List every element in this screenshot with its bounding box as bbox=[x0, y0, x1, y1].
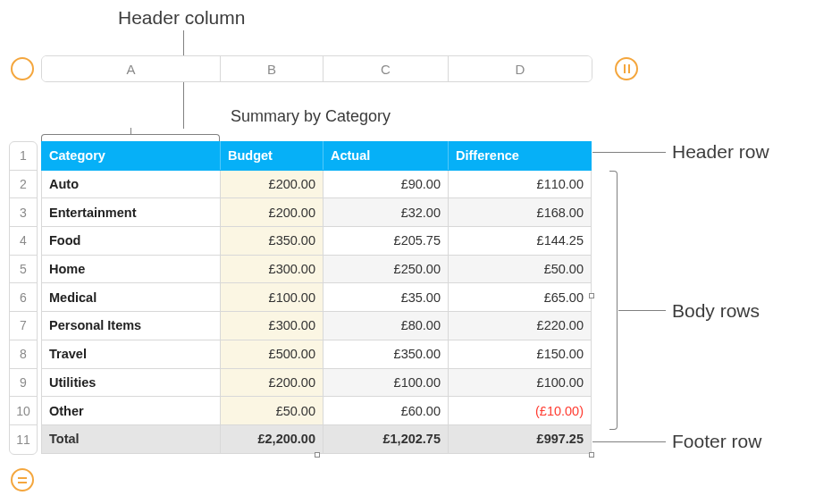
cell-actual[interactable]: £60.00 bbox=[323, 397, 449, 425]
table-row: Entertainment £200.00 £32.00 £168.00 bbox=[42, 198, 592, 227]
column-header-c[interactable]: C bbox=[323, 56, 449, 81]
table-row: Personal Items £300.00 £80.00 £220.00 bbox=[42, 312, 592, 340]
cell-difference[interactable]: £150.00 bbox=[449, 340, 592, 368]
header-category[interactable]: Category bbox=[42, 142, 221, 171]
cell-category[interactable]: Home bbox=[42, 255, 221, 283]
cell-actual[interactable]: £80.00 bbox=[323, 312, 449, 340]
callout-body-rows: Body rows bbox=[672, 300, 760, 322]
footer-difference[interactable]: £997.25 bbox=[449, 424, 592, 453]
row-header-11[interactable]: 11 bbox=[10, 425, 37, 454]
cell-budget[interactable]: £100.00 bbox=[221, 283, 323, 312]
row-header-7[interactable]: 7 bbox=[10, 312, 37, 340]
cell-category[interactable]: Medical bbox=[42, 283, 221, 312]
cell-category[interactable]: Utilities bbox=[42, 368, 221, 397]
cell-budget[interactable]: £200.00 bbox=[221, 198, 323, 227]
header-difference[interactable]: Difference bbox=[449, 142, 592, 171]
resize-handle-icon[interactable] bbox=[589, 293, 594, 298]
callout-header-column: Header column bbox=[118, 7, 245, 29]
header-actual[interactable]: Actual bbox=[323, 142, 449, 171]
cell-difference[interactable]: £110.00 bbox=[449, 170, 592, 198]
cell-budget[interactable]: £350.00 bbox=[221, 227, 323, 256]
table-title[interactable]: Summary by Category bbox=[231, 107, 391, 126]
row-header-8[interactable]: 8 bbox=[10, 340, 37, 369]
add-row-handle[interactable] bbox=[11, 468, 34, 491]
cell-difference[interactable]: £144.25 bbox=[449, 227, 592, 256]
row-header-10[interactable]: 10 bbox=[10, 397, 37, 425]
footer-label[interactable]: Total bbox=[42, 424, 221, 453]
table-row: Home £300.00 £250.00 £50.00 bbox=[42, 255, 592, 283]
resize-handle-icon[interactable] bbox=[589, 452, 594, 458]
row-header-6[interactable]: 6 bbox=[10, 283, 37, 312]
cell-actual[interactable]: £90.00 bbox=[323, 170, 449, 198]
cell-budget[interactable]: £300.00 bbox=[221, 255, 323, 283]
cell-category[interactable]: Travel bbox=[42, 340, 221, 368]
leader-line bbox=[130, 128, 131, 134]
row-header-1[interactable]: 1 bbox=[10, 142, 37, 171]
column-header-b[interactable]: B bbox=[221, 56, 323, 81]
cell-difference[interactable]: £168.00 bbox=[449, 198, 592, 227]
cell-actual[interactable]: £100.00 bbox=[323, 368, 449, 397]
table-handle-corner[interactable] bbox=[11, 57, 34, 80]
row-header-9[interactable]: 9 bbox=[10, 369, 37, 398]
cell-actual[interactable]: £35.00 bbox=[323, 283, 449, 312]
cell-difference[interactable]: (£10.00) bbox=[449, 397, 592, 425]
table-row: Utilities £200.00 £100.00 £100.00 bbox=[42, 368, 592, 397]
leader-line bbox=[618, 310, 666, 311]
cell-difference[interactable]: £220.00 bbox=[449, 312, 592, 340]
row-header-bar: 1 2 3 4 5 6 7 8 9 10 11 bbox=[9, 141, 38, 455]
row-header-3[interactable]: 3 bbox=[10, 198, 37, 227]
row-header-5[interactable]: 5 bbox=[10, 256, 37, 284]
leader-line bbox=[592, 152, 666, 153]
cell-category[interactable]: Other bbox=[42, 397, 221, 425]
table-row: Food £350.00 £205.75 £144.25 bbox=[42, 227, 592, 256]
cell-budget[interactable]: £50.00 bbox=[221, 397, 323, 425]
row-header-4[interactable]: 4 bbox=[10, 227, 37, 256]
callout-footer-row: Footer row bbox=[672, 431, 761, 452]
cell-difference[interactable]: £65.00 bbox=[449, 283, 592, 312]
cell-category[interactable]: Entertainment bbox=[42, 198, 221, 227]
cell-budget[interactable]: £200.00 bbox=[221, 170, 323, 198]
header-row: Category Budget Actual Difference bbox=[42, 142, 592, 171]
cell-actual[interactable]: £250.00 bbox=[323, 255, 449, 283]
cell-budget[interactable]: £300.00 bbox=[221, 312, 323, 340]
column-header-d[interactable]: D bbox=[449, 56, 592, 81]
header-budget[interactable]: Budget bbox=[221, 142, 323, 171]
cell-actual[interactable]: £350.00 bbox=[323, 340, 449, 368]
cell-actual[interactable]: £205.75 bbox=[323, 227, 449, 256]
bracket-icon bbox=[41, 134, 220, 141]
footer-actual[interactable]: £1,202.75 bbox=[323, 424, 449, 453]
table-row: Auto £200.00 £90.00 £110.00 bbox=[42, 170, 592, 198]
cell-budget[interactable]: £500.00 bbox=[221, 340, 323, 368]
footer-row: Total £2,200.00 £1,202.75 £997.25 bbox=[42, 424, 592, 453]
cell-category[interactable]: Auto bbox=[42, 170, 221, 198]
cell-budget[interactable]: £200.00 bbox=[221, 368, 323, 397]
column-header-bar: A B C D bbox=[41, 55, 592, 82]
table-row: Travel £500.00 £350.00 £150.00 bbox=[42, 340, 592, 368]
cell-category[interactable]: Food bbox=[42, 227, 221, 256]
leader-line bbox=[592, 441, 666, 442]
table-row: Medical £100.00 £35.00 £65.00 bbox=[42, 283, 592, 312]
callout-header-row: Header row bbox=[672, 141, 769, 163]
add-column-handle[interactable] bbox=[615, 57, 638, 80]
data-table: Category Budget Actual Difference Auto £… bbox=[41, 141, 592, 454]
cell-category[interactable]: Personal Items bbox=[42, 312, 221, 340]
row-header-2[interactable]: 2 bbox=[10, 171, 37, 199]
table-row: Other £50.00 £60.00 (£10.00) bbox=[42, 397, 592, 425]
cell-actual[interactable]: £32.00 bbox=[323, 198, 449, 227]
column-header-a[interactable]: A bbox=[42, 56, 221, 81]
cell-difference[interactable]: £50.00 bbox=[449, 255, 592, 283]
bracket-icon bbox=[609, 171, 618, 430]
resize-handle-icon[interactable] bbox=[315, 452, 320, 458]
cell-difference[interactable]: £100.00 bbox=[449, 368, 592, 397]
footer-budget[interactable]: £2,200.00 bbox=[221, 424, 323, 453]
